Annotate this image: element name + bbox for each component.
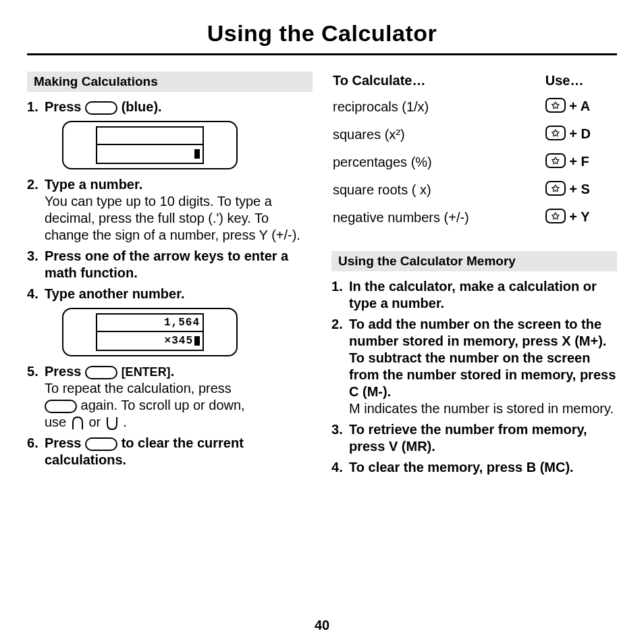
cursor-icon — [194, 149, 200, 159]
step-5-body-3a: use — [45, 414, 70, 429]
step-4-head: Type another number. — [45, 286, 184, 301]
step-5-text-a: Press — [45, 364, 85, 379]
calc-cell: squares (x²) — [333, 122, 544, 148]
cursor-icon — [194, 336, 200, 346]
mem-step-4: To clear the memory, press B (MC). — [331, 459, 617, 476]
calc-cell: reciprocals (1/x) — [333, 94, 544, 120]
left-column: Making Calculations Press (blue). Type a… — [27, 72, 313, 480]
right-column: To Calculate… Use… reciprocals (1/x) ✩ +… — [331, 72, 617, 480]
table-row: reciprocals (1/x) ✩ + A — [333, 94, 616, 120]
star-key-icon: ✩ — [545, 209, 566, 227]
page-title: Using the Calculator — [27, 20, 617, 47]
calc-cell: negative numbers (+/-) — [333, 205, 544, 231]
step-1-text-b: (blue). — [122, 99, 162, 114]
mem-step-1-text: In the calculator, make a calculation or… — [349, 279, 597, 311]
th-use: Use… — [545, 73, 616, 92]
svg-rect-2 — [45, 400, 76, 412]
step-3-head: Press one of the arrow keys to enter a m… — [45, 248, 288, 280]
functions-table: To Calculate… Use… reciprocals (1/x) ✩ +… — [331, 72, 617, 232]
svg-rect-0 — [86, 102, 117, 114]
down-arrow-key-icon — [105, 416, 119, 431]
step-5-body-2a: again. To scroll up or down, — [81, 398, 245, 412]
up-arrow-key-icon — [70, 416, 85, 431]
oval-button-icon — [85, 366, 117, 379]
star-key-icon: ✩ — [545, 98, 566, 116]
step-5-body-3c: . — [123, 414, 127, 429]
use-cell: ✩ + Y — [545, 205, 616, 231]
table-row: percentages (%) ✩ + F — [333, 149, 616, 176]
svg-text:✩: ✩ — [551, 183, 560, 194]
lcd-1-row-1 — [96, 126, 204, 145]
making-calculations-steps: Press (blue). Type a number. You can typ… — [27, 99, 313, 468]
calc-cell: square roots ( x) — [333, 177, 544, 203]
svg-text:✩: ✩ — [551, 128, 560, 138]
svg-rect-3 — [86, 438, 117, 450]
mem-step-2-body: M indicates the number is stored in memo… — [349, 401, 614, 416]
mem-step-3-text: To retrieve the number from memory, pres… — [349, 422, 587, 454]
step-2: Type a number. You can type up to 10 dig… — [27, 176, 313, 244]
mem-step-4-text: To clear the memory, press B (MC). — [349, 460, 574, 475]
lcd-2-row-2: ×345 — [96, 332, 204, 351]
use-cell: ✩ + A — [545, 94, 616, 120]
table-row: negative numbers (+/-) ✩ + Y — [333, 205, 616, 231]
step-5-text-b: . — [171, 364, 175, 379]
step-6-text-a: Press — [45, 435, 85, 450]
mem-step-3: To retrieve the number from memory, pres… — [331, 421, 617, 455]
use-cell: ✩ + F — [545, 149, 616, 176]
oval-button-icon — [85, 437, 117, 451]
table-row: squares (x²) ✩ + D — [333, 122, 616, 148]
step-3: Press one of the arrow keys to enter a m… — [27, 248, 313, 281]
page-number: 40 — [0, 618, 644, 633]
use-cell: ✩ + S — [545, 177, 616, 203]
svg-text:✩: ✩ — [551, 211, 560, 221]
svg-text:✩: ✩ — [551, 155, 560, 166]
content-columns: Making Calculations Press (blue). Type a… — [27, 72, 617, 480]
lcd-display-2: 1,564 ×345 — [62, 308, 238, 356]
step-2-head: Type a number. — [45, 177, 142, 192]
step-5-body-3b: or — [88, 414, 104, 429]
enter-label: [ENTER] — [122, 365, 171, 379]
oval-button-icon — [45, 400, 77, 413]
step-5-body-1: To repeat the calculation, press — [45, 381, 232, 396]
title-rule — [27, 53, 617, 55]
star-key-icon: ✩ — [545, 126, 566, 144]
step-5: Press [ENTER]. To repeat the calculation… — [27, 363, 313, 431]
star-key-icon: ✩ — [545, 153, 566, 171]
step-1: Press (blue). — [27, 99, 313, 169]
mem-step-2-strong: To add the number on the screen to the n… — [349, 317, 616, 399]
memory-steps: In the calculator, make a calculation or… — [331, 278, 617, 476]
step-2-body: You can type up to 10 digits. To type a … — [45, 194, 300, 242]
oval-button-icon — [85, 101, 117, 115]
mem-step-1: In the calculator, make a calculation or… — [331, 278, 617, 312]
step-6: Press to clear the current calculations. — [27, 435, 313, 468]
lcd-display-1 — [62, 121, 238, 169]
step-1-text-a: Press — [45, 99, 85, 114]
use-cell: ✩ + D — [545, 122, 616, 148]
svg-rect-1 — [86, 367, 117, 379]
mem-step-2: To add the number on the screen to the n… — [331, 316, 617, 417]
calc-cell: percentages (%) — [333, 149, 544, 176]
section-header-memory: Using the Calculator Memory — [331, 251, 617, 271]
th-to-calculate: To Calculate… — [333, 73, 544, 92]
table-row: square roots ( x) ✩ + S — [333, 177, 616, 203]
star-key-icon: ✩ — [545, 181, 566, 199]
svg-text:✩: ✩ — [551, 100, 560, 111]
lcd-1-row-2 — [96, 145, 204, 164]
step-4: Type another number. 1,564 ×345 — [27, 286, 313, 356]
section-header-making-calculations: Making Calculations — [27, 72, 313, 92]
lcd-2-row-1: 1,564 — [96, 313, 204, 332]
